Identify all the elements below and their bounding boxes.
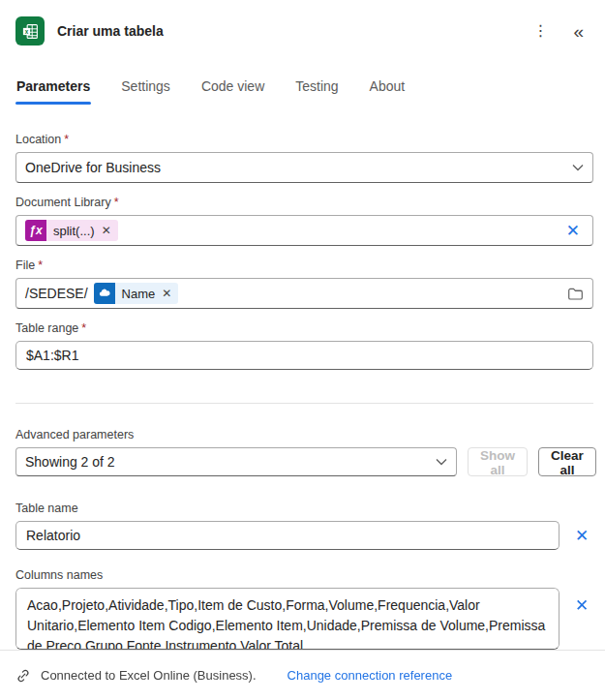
tab-bar: Parameters Settings Code view Testing Ab… — [0, 75, 605, 105]
connection-icon — [15, 668, 31, 684]
table-name-row: ✕ — [15, 521, 593, 550]
advanced-parameters-label: Advanced parameters — [15, 428, 593, 441]
file-label: File* — [15, 259, 593, 272]
token-dismiss-icon[interactable]: ✕ — [100, 224, 118, 237]
advanced-parameters-value: Showing 2 of 2 — [25, 454, 115, 470]
document-library-label: Document Library* — [15, 196, 593, 209]
onedrive-icon — [94, 283, 115, 304]
table-range-input[interactable] — [15, 341, 593, 370]
parameters-form: Location* OneDrive for Business Document… — [0, 105, 605, 650]
clear-all-button[interactable]: Clear all — [538, 447, 596, 476]
remove-parameter-icon[interactable]: ✕ — [571, 595, 592, 616]
dynamic-content-token[interactable]: Name ✕ — [94, 283, 179, 304]
advanced-parameters-row: Showing 2 of 2 Show all Clear all — [15, 447, 593, 476]
file-picker-folder-icon[interactable] — [567, 287, 584, 301]
fx-icon: ƒx — [25, 220, 46, 241]
connection-footer: Connected to Excel Online (Business). Ch… — [0, 651, 605, 700]
svg-text:x: x — [24, 27, 28, 34]
show-all-button[interactable]: Show all — [468, 447, 528, 476]
expression-token-label: split(...) — [46, 224, 100, 238]
clear-field-icon[interactable]: ✕ — [562, 221, 584, 241]
chevron-down-icon — [572, 164, 584, 171]
expression-token[interactable]: ƒx split(...) ✕ — [25, 220, 118, 241]
token-dismiss-icon[interactable]: ✕ — [160, 287, 178, 300]
tab-parameters[interactable]: Parameters — [15, 75, 91, 105]
columns-names-label: Columns names — [15, 568, 593, 582]
location-dropdown[interactable]: OneDrive for Business — [15, 152, 593, 183]
required-marker: * — [114, 196, 119, 209]
required-marker: * — [64, 133, 69, 146]
panel-header: x Criar uma tabela ⋮ « — [0, 0, 605, 46]
more-options-icon[interactable]: ⋮ — [527, 21, 554, 41]
dynamic-token-label: Name — [115, 287, 161, 301]
table-range-label: Table range* — [15, 321, 593, 335]
collapse-panel-icon[interactable]: « — [567, 20, 590, 43]
excel-icon: x — [15, 16, 45, 46]
location-label: Location* — [15, 133, 593, 146]
columns-names-input[interactable]: Acao,Projeto,Atividade,Tipo,Item de Cust… — [15, 588, 560, 650]
required-marker: * — [38, 259, 43, 272]
advanced-parameters-dropdown[interactable]: Showing 2 of 2 — [15, 447, 457, 476]
connection-status-text: Connected to Excel Online (Business). — [41, 668, 257, 683]
tab-settings[interactable]: Settings — [120, 75, 171, 105]
header-actions: ⋮ « — [527, 20, 590, 43]
chevron-down-icon — [436, 458, 447, 466]
action-panel: x Criar uma tabela ⋮ « Parameters Settin… — [0, 0, 605, 700]
required-marker: * — [81, 321, 86, 335]
file-path-text: /SEDESE/ — [25, 286, 88, 301]
panel-title: Criar uma tabela — [57, 23, 164, 39]
tab-about[interactable]: About — [369, 75, 407, 105]
table-name-input[interactable] — [15, 521, 560, 550]
document-library-field[interactable]: ƒx split(...) ✕ ✕ — [15, 215, 593, 246]
table-name-label: Table name — [15, 502, 593, 515]
remove-parameter-icon[interactable]: ✕ — [571, 526, 592, 546]
file-field[interactable]: /SEDESE/ Name ✕ — [15, 278, 593, 309]
tab-code-view[interactable]: Code view — [200, 75, 265, 105]
change-connection-link[interactable]: Change connection reference — [282, 667, 459, 684]
section-divider — [15, 403, 593, 404]
location-value: OneDrive for Business — [25, 160, 161, 175]
columns-names-row: Acao,Projeto,Atividade,Tipo,Item de Cust… — [15, 588, 593, 650]
tab-testing[interactable]: Testing — [294, 75, 339, 105]
